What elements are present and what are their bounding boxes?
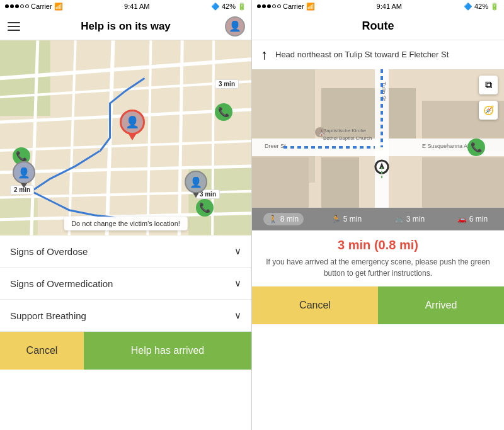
accordion-label-2: Signs of Overmedication (10, 278, 113, 289)
accordion-label-3: Support Breathing (10, 310, 86, 321)
r-signal-dot-5 (277, 4, 281, 8)
r-signal-dot-2 (262, 4, 266, 8)
status-right-left: 🔷 42% 🔋 (211, 3, 246, 11)
helper-pin-arrow-3 (193, 193, 199, 198)
nav-arrow-icon: ↑ (261, 47, 268, 63)
helper-avatar-3: 👤 (185, 171, 207, 193)
battery-left: 42% (222, 3, 236, 10)
accordion: Signs of Overdose ∨ Signs of Overmedicat… (0, 235, 251, 332)
wifi-icon-right: 📶 (306, 3, 315, 11)
chevron-icon-1: ∨ (234, 246, 241, 257)
status-bar-left: Carrier 📶 9:41 AM 🔷 42% 🔋 (0, 0, 251, 13)
menu-line-1 (8, 22, 20, 23)
nav-instruction-text: Head northeast on Tulip St toward E Flet… (275, 49, 449, 60)
travel-mode-run[interactable]: 🏃 5 min (326, 213, 367, 225)
helper-pin-arrow-1 (21, 183, 27, 188)
accordion-item-2[interactable]: Signs of Overmedication ∨ (0, 268, 251, 300)
map-layer-button[interactable]: ⧉ (479, 76, 498, 94)
status-left-right: Carrier 📶 (257, 3, 315, 11)
walk-time: 8 min (280, 215, 299, 223)
cancel-button-left[interactable]: Cancel (0, 332, 84, 370)
arrived-button-right[interactable]: Arrived (378, 286, 504, 324)
accordion-item-3[interactable]: Support Breathing ∨ (0, 300, 251, 332)
call-icon-2[interactable]: 📞 (215, 103, 232, 121)
travel-modes-bar: 🚶 8 min 🏃 5 min 🚲 3 min 🚗 6 min (252, 208, 504, 230)
status-left: Carrier 📶 (5, 3, 63, 11)
svg-text:Bethel Baptist Church: Bethel Baptist Church (323, 135, 372, 141)
route-map: Tulip St Dreer St E Susquehanna Ave Bapt… (252, 69, 504, 208)
r-signal-dot-3 (267, 4, 271, 8)
bottom-buttons-left: Cancel Help has arrived (0, 332, 251, 370)
page-title-right: Route (362, 20, 394, 33)
user-avatar-header: 👤 (225, 16, 245, 37)
accordion-item-1[interactable]: Signs of Overdose ∨ (0, 235, 251, 268)
victim-banner: Do not change the victim's location! (64, 217, 188, 230)
travel-mode-car[interactable]: 🚗 6 min (452, 213, 493, 225)
nav-instruction: ↑ Head northeast on Tulip St toward E Fl… (252, 40, 504, 69)
wifi-icon-left: 📶 (54, 3, 63, 11)
signal-dot-1 (5, 4, 9, 8)
run-time: 5 min (343, 215, 362, 223)
time-right: 9:41 AM (377, 3, 402, 10)
time-left: 9:41 AM (124, 3, 149, 10)
left-phone: Carrier 📶 9:41 AM 🔷 42% 🔋 Help is on its… (0, 0, 252, 430)
layers-icon: ⧉ (485, 79, 492, 91)
page-title-left: Help is on its way (81, 20, 171, 33)
chevron-icon-3: ∨ (234, 310, 241, 321)
r-signal-dot-4 (272, 4, 276, 8)
signal-dot-4 (20, 4, 24, 8)
svg-rect-23 (321, 157, 359, 208)
signal-dot-2 (10, 4, 14, 8)
map-area-left: 📞 📞 📞 2 min 3 min 3 min 👤 👤 👤 Do not cha… (0, 40, 251, 235)
svg-text:Baptistische Kirche: Baptistische Kirche (323, 128, 367, 133)
eta-description: If you have arrived at the emergency sce… (262, 256, 494, 279)
helper-avatar-1: 👤 (13, 161, 35, 184)
compass-button[interactable]: 🧭 (479, 101, 498, 120)
bluetooth-icon-right: 🔷 (464, 3, 472, 11)
battery-right: 42% (474, 3, 488, 10)
status-right-right: 🔷 42% 🔋 (464, 3, 499, 11)
victim-avatar: 👤 (120, 110, 145, 135)
svg-text:⛪: ⛪ (318, 129, 326, 137)
victim-pin: 👤 (120, 110, 145, 140)
r-signal-dot-1 (257, 4, 261, 8)
call-icon-route[interactable]: 📞 (467, 139, 485, 156)
compass-icon: 🧭 (483, 105, 494, 115)
helper-pin-3: 👤 (185, 171, 207, 198)
route-map-svg: Tulip St Dreer St E Susquehanna Ave Bapt… (252, 69, 504, 208)
svg-rect-22 (422, 157, 504, 208)
signal-dots (5, 4, 29, 8)
chevron-icon-2: ∨ (234, 278, 241, 289)
app-header-left: Help is on its way 👤 (0, 13, 251, 40)
car-time: 6 min (469, 215, 488, 223)
menu-icon[interactable] (8, 22, 20, 31)
svg-rect-21 (252, 157, 309, 208)
svg-text:Dreer St: Dreer St (265, 143, 286, 149)
travel-mode-bike[interactable]: 🚲 3 min (389, 213, 430, 225)
travel-mode-walk[interactable]: 🚶 8 min (263, 213, 304, 225)
cancel-button-right[interactable]: Cancel (252, 286, 378, 324)
battery-icon-left: 🔋 (238, 3, 246, 11)
bike-time: 3 min (406, 215, 425, 223)
bottom-buttons-right: Cancel Arrived (252, 286, 504, 324)
victim-pin-arrow (129, 134, 136, 140)
arrived-button-left[interactable]: Help has arrived (84, 332, 251, 370)
time-badge-2: 3 min (215, 79, 239, 89)
menu-line-3 (8, 30, 20, 31)
walk-icon: 🚶 (268, 215, 278, 223)
eta-time: 3 min (0.8 mi) (262, 238, 494, 252)
helper-pin-1: 👤 (13, 161, 35, 188)
signal-dot-3 (15, 4, 19, 8)
signal-dots-right (257, 4, 281, 8)
run-icon: 🏃 (331, 215, 341, 223)
bluetooth-icon-left: 🔷 (211, 3, 220, 11)
route-header: Route (252, 13, 504, 40)
user-face-icon: 👤 (229, 20, 241, 32)
status-bar-right: Carrier 📶 9:41 AM 🔷 42% 🔋 (252, 0, 504, 13)
call-icon-3[interactable]: 📞 (196, 199, 214, 217)
menu-line-2 (8, 26, 20, 27)
right-phone: Carrier 📶 9:41 AM 🔷 42% 🔋 Route ↑ Head n… (252, 0, 504, 430)
eta-info: 3 min (0.8 mi) If you have arrived at th… (252, 230, 504, 286)
car-icon: 🚗 (457, 215, 467, 223)
bike-icon: 🚲 (394, 215, 404, 223)
